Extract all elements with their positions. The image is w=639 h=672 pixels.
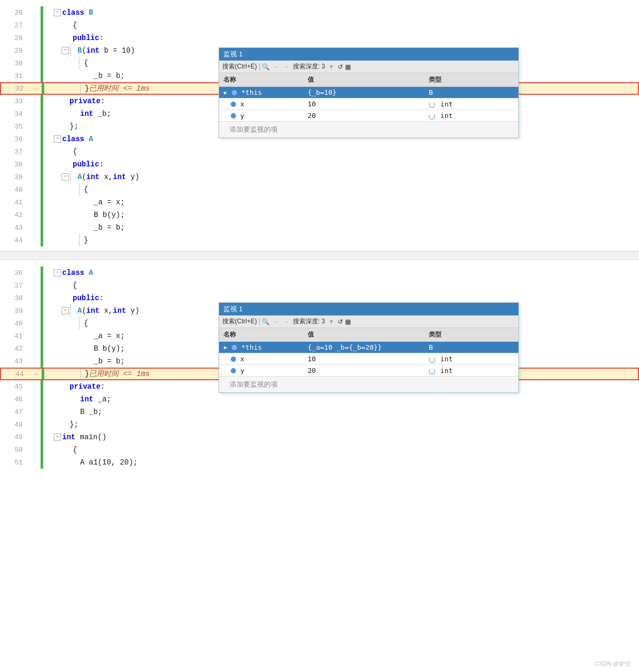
line-num-s2-38: 38 <box>0 294 29 302</box>
expand-this-1[interactable]: ▶ <box>221 90 230 95</box>
code-line-37: 37 { <box>0 145 639 158</box>
line-num-29: 29 <box>0 47 29 55</box>
line-num-31: 31 <box>0 72 29 80</box>
watch-window-2: 监视 1 搜索(Ctrl+E) 🔍 ← → 搜索深度: 3 ▼ ↺ ▦ 名称 值… <box>219 302 519 393</box>
code-content-40: { <box>43 184 639 195</box>
watch-col-value-2: 值 <box>303 329 425 340</box>
line-num-s2-48: 48 <box>0 421 29 429</box>
watch-cell-name-x-1: x <box>219 98 303 110</box>
line-num-42: 42 <box>0 211 29 219</box>
refresh-btn-1[interactable]: ↺ <box>338 63 343 71</box>
code-line-43: 43 _b = b; <box>0 221 639 234</box>
watch-add-1[interactable]: 添加要监视的项 <box>219 122 518 137</box>
collapse-s2-36[interactable]: − <box>54 269 61 276</box>
code-content-s2-38: public: <box>43 294 639 302</box>
line-num-s2-37: 37 <box>0 282 29 290</box>
code-content-28: public: <box>43 34 639 42</box>
refresh-btn-2[interactable]: ↺ <box>338 318 343 325</box>
code-content-38: public: <box>43 160 639 169</box>
collapse-29[interactable]: − <box>62 47 69 54</box>
collapse-s2-49[interactable]: − <box>54 433 61 441</box>
execution-arrow-2: ⇒ <box>33 369 38 379</box>
line-num-s2-39: 39 <box>0 307 29 315</box>
watch-cell-type-y-2: int <box>425 365 518 376</box>
watch-cell-name-y-1: y <box>219 110 303 121</box>
code-content-s2-49: − int main() <box>43 433 639 441</box>
watch-title-2: 监视 1 <box>219 303 518 315</box>
code-content-27: { <box>43 21 639 29</box>
watch-cell-type-x-1: int <box>425 98 518 110</box>
watch-add-2[interactable]: 添加要监视的项 <box>219 377 518 392</box>
line-num-43: 43 <box>0 224 29 232</box>
code-content-43: _b = b; <box>43 223 639 232</box>
code-line-s2-46: 46 int _a; <box>0 393 639 406</box>
line-num-37: 37 <box>0 148 29 156</box>
watch-cell-name-x-2: x <box>219 353 303 364</box>
search-box-1[interactable]: 搜索(Ctrl+E) <box>222 62 257 71</box>
code-content-39: − A(int x, int y) <box>43 171 639 183</box>
line-num-s2-51: 51 <box>0 459 29 467</box>
settings-btn-2[interactable]: ▦ <box>345 318 351 325</box>
watch-cell-value-this-1: {_b=10} <box>303 87 425 98</box>
watch-row-y-1[interactable]: y 20 int <box>219 110 518 122</box>
arrow-32: ⇒ <box>30 83 42 94</box>
watch-cell-type-this-2: B <box>425 342 518 353</box>
code-line-42: 42 B b(y); <box>0 209 639 221</box>
code-line-38: 38 public: <box>0 158 639 171</box>
line-num-s2-45: 45 <box>0 383 29 391</box>
code-line-s2-47: 47 B _b; <box>0 406 639 418</box>
watch-row-x-1[interactable]: x 10 int <box>219 98 518 110</box>
watch-cell-value-this-2: {_a=10 _b={_b=20}} <box>303 342 425 353</box>
watch-header-1: 名称 值 类型 <box>219 73 518 87</box>
expand-this-2[interactable]: ▶ <box>221 344 230 350</box>
code-line-41: 41 _a = x; <box>0 196 639 209</box>
watch-row-this-2[interactable]: ▶ *this {_a=10 _b={_b=20}} B <box>219 342 518 353</box>
watch-cell-type-y-1: int <box>425 110 518 121</box>
search-box-2[interactable]: 搜索(Ctrl+E) <box>222 317 257 326</box>
line-num-s2-42: 42 <box>0 345 29 353</box>
code-content-s2-36: − class A <box>43 269 639 277</box>
watch-window-1: 监视 1 搜索(Ctrl+E) 🔍 ← → 搜索深度: 3 ▼ ↺ ▦ 名称 值… <box>219 47 519 138</box>
line-num-s2-47: 47 <box>0 408 29 416</box>
code-line-39: 39 − A(int x, int y) <box>0 171 639 183</box>
code-content-s2-51: A a1(10, 20); <box>43 458 639 467</box>
watch-col-type-2: 类型 <box>425 329 518 340</box>
watch-title-1: 监视 1 <box>219 48 518 61</box>
code-content-42: B b(y); <box>43 211 639 219</box>
search-icon-toolbar-2[interactable]: 🔍 <box>262 318 270 325</box>
arrow-s2-44: ⇒ <box>30 369 42 379</box>
line-num-27: 27 <box>0 22 29 29</box>
line-num-40: 40 <box>0 186 29 194</box>
collapse-s2-39[interactable]: − <box>62 307 69 314</box>
watch-header-2: 名称 值 类型 <box>219 328 518 342</box>
code-content-37: { <box>43 147 639 156</box>
watch-col-type-1: 类型 <box>425 74 518 85</box>
watch-row-this-1[interactable]: ▶ *this {_b=10} B <box>219 87 518 98</box>
line-num-41: 41 <box>0 199 29 206</box>
line-num-30: 30 <box>0 60 29 67</box>
code-line-27: 27 { <box>0 19 639 32</box>
code-line-s2-48: 48 }; <box>0 418 639 431</box>
code-content-44: } <box>43 234 639 246</box>
line-num-s2-40: 40 <box>0 320 29 328</box>
line-num-34: 34 <box>0 110 29 118</box>
search-icon-toolbar-1[interactable]: 🔍 <box>262 63 270 71</box>
code-content-s2-48: }; <box>43 420 639 429</box>
watch-cell-value-x-2: 10 <box>303 353 425 364</box>
watch-row-y-2[interactable]: y 20 int <box>219 365 518 377</box>
watch-row-x-2[interactable]: x 10 int <box>219 353 518 365</box>
depth-label-1: 搜索深度: 3 <box>293 62 325 71</box>
code-line-40: 40 { <box>0 183 639 196</box>
code-line-s2-36: 36 − class A <box>0 266 639 279</box>
settings-btn-1[interactable]: ▦ <box>345 63 351 71</box>
line-num-s2-46: 46 <box>0 396 29 403</box>
collapse-26[interactable]: − <box>54 9 61 16</box>
collapse-36[interactable]: − <box>54 135 61 143</box>
line-num-35: 35 <box>0 123 29 131</box>
code-content-s2-50: { <box>43 446 639 454</box>
watch-cell-type-this-1: B <box>425 87 518 98</box>
code-line-s2-50: 50 { <box>0 443 639 456</box>
code-content-26: − class B <box>43 8 639 17</box>
collapse-39[interactable]: − <box>62 173 69 181</box>
execution-arrow-1: ⇒ <box>33 83 38 94</box>
